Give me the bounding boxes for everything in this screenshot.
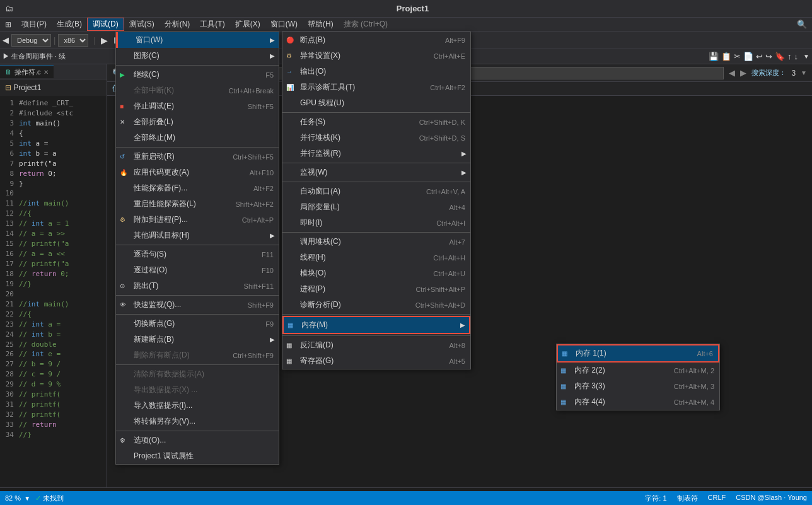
win-item-disassembly[interactable]: ▦ 反汇编(D) Alt+8 <box>282 337 470 353</box>
options-icon: ⚙ <box>120 437 125 444</box>
win-sep5 <box>282 314 470 315</box>
debug-dropdown: 窗口(W) 图形(C) ▶ 继续(C) F5 全部中断(K) Ctrl+Alt+… <box>115 32 279 465</box>
mem2-icon: ▦ <box>560 367 566 374</box>
win-item-immediate[interactable]: 即时(I) Ctrl+Alt+I <box>282 215 470 231</box>
debug-item-save-dump[interactable]: 将转储另存为(V)... <box>116 414 279 429</box>
quickwatch-icon: 👁 <box>120 301 126 308</box>
debug-item-step-over[interactable]: 逐过程(O) F10 <box>116 262 279 278</box>
memory-submenu: ▦ 内存 1(1) Alt+6 ▦ 内存 2(2) Ctrl+Alt+M, 2 … <box>556 344 720 410</box>
win-item-memory[interactable]: ▦ 内存(M) <box>282 316 470 334</box>
debug-item-proj-properties[interactable]: Project1 调试属性 <box>116 448 279 464</box>
step-out-icon: ⊙ <box>120 282 125 289</box>
win-sep1 <box>282 112 470 113</box>
debug-item-terminate-all[interactable]: 全部终止(M) <box>116 130 279 146</box>
win-item-processes[interactable]: 进程(P) Ctrl+Shift+Alt+P <box>282 281 470 297</box>
fire-icon: 🔥 <box>120 169 127 176</box>
detach-icon: ✕ <box>120 119 125 125</box>
mem-item-3[interactable]: ▦ 内存 3(3) Ctrl+Alt+M, 3 <box>557 378 719 394</box>
win-item-watch[interactable]: 监视(W) <box>282 165 470 180</box>
diag-icon: 📊 <box>286 84 294 91</box>
debug-item-detach[interactable]: ✕ 全部折叠(L) <box>116 114 279 130</box>
win-item-tasks[interactable]: 任务(S) Ctrl+Shift+D, K <box>282 114 470 130</box>
debug-item-attach[interactable]: ⚙ 附加到进程(P)... Ctrl+Alt+P <box>116 212 279 228</box>
win-item-exception[interactable]: ⚙ 异常设置(X) Ctrl+Alt+E <box>282 48 470 64</box>
debug-item-other-targets[interactable]: 其他调试目标(H) <box>116 228 279 243</box>
debug-item-break-all[interactable]: 全部中断(K) Ctrl+Alt+Break <box>116 83 279 98</box>
sep3 <box>116 245 279 245</box>
win-item-diag-analysis[interactable]: 诊断分析(D) Ctrl+Shift+Alt+D <box>282 297 470 313</box>
debug-item-window[interactable]: 窗口(W) <box>116 32 279 48</box>
debug-item-relaunch-perf[interactable]: 重启性能探索器(L) Shift+Alt+F2 <box>116 196 279 212</box>
sep5 <box>116 314 279 315</box>
debug-item-step-out[interactable]: ⊙ 跳出(T) Shift+F11 <box>116 278 279 294</box>
output-icon: → <box>286 68 293 75</box>
win-sep3 <box>282 182 470 182</box>
mem-item-4[interactable]: ▦ 内存 4(4) Ctrl+Alt+M, 4 <box>557 394 719 410</box>
sep1 <box>116 65 279 66</box>
sep7 <box>116 431 279 431</box>
debug-item-delete-all-bp[interactable]: 删除所有断点(D) Ctrl+Shift+F9 <box>116 347 279 363</box>
overlay: 窗口(W) 图形(C) ▶ 继续(C) F5 全部中断(K) Ctrl+Alt+… <box>0 0 812 505</box>
sep6 <box>116 364 279 365</box>
stop-icon: ■ <box>120 103 124 110</box>
debug-item-continue[interactable]: ▶ 继续(C) F5 <box>116 67 279 83</box>
win-item-threads[interactable]: 线程(H) Ctrl+Alt+H <box>282 250 470 265</box>
win-item-gpu[interactable]: GPU 线程(U) <box>282 95 470 111</box>
win-item-parallel-stacks[interactable]: 并行堆栈(K) Ctrl+Shift+D, S <box>282 130 470 146</box>
win-item-breakpoints[interactable]: 🔴 断点(B) Alt+F9 <box>282 32 470 48</box>
debug-item-toggle-bp[interactable]: 切换断点(G) F9 <box>116 316 279 332</box>
win-item-output[interactable]: → 输出(O) <box>282 64 470 79</box>
mem4-icon: ▦ <box>560 398 566 405</box>
win-sep2 <box>282 163 470 163</box>
attach-icon: ⚙ <box>120 216 125 223</box>
win-item-diag-tools[interactable]: 📊 显示诊断工具(T) Ctrl+Alt+F2 <box>282 79 470 95</box>
mem1-icon: ▦ <box>562 350 567 357</box>
sep4 <box>116 295 279 296</box>
mem3-icon: ▦ <box>560 383 566 390</box>
exception-icon: ⚙ <box>286 52 292 59</box>
win-item-registers[interactable]: ▦ 寄存器(G) Alt+5 <box>282 353 470 369</box>
debug-item-hotreload[interactable]: 🔥 应用代码更改(A) Alt+F10 <box>116 165 279 180</box>
debug-item-perf[interactable]: 性能探索器(F)... Alt+F2 <box>116 180 279 196</box>
win-item-callstack[interactable]: 调用堆栈(C) Alt+7 <box>282 234 470 250</box>
win-sep6 <box>282 335 470 336</box>
debug-item-new-bp[interactable]: 新建断点(B) <box>116 332 279 347</box>
restart-icon: ↺ <box>120 153 125 160</box>
debug-item-export-datatips[interactable]: 导出数据提示(X) ... <box>116 382 279 398</box>
win-item-locals[interactable]: 局部变量(L) Alt+4 <box>282 199 470 215</box>
window-submenu: 🔴 断点(B) Alt+F9 ⚙ 异常设置(X) Ctrl+Alt+E → 输出… <box>282 32 471 369</box>
debug-item-stop[interactable]: ■ 停止调试(E) Shift+F5 <box>116 98 279 114</box>
sep2 <box>116 147 279 148</box>
debug-item-import-datatips[interactable]: 导入数据提示(I)... <box>116 398 279 414</box>
debug-item-step-into[interactable]: 逐语句(S) F11 <box>116 247 279 262</box>
win-item-auto[interactable]: 自动窗口(A) Ctrl+Alt+V, A <box>282 183 470 199</box>
win-item-parallel-watch[interactable]: 并行监视(R) <box>282 146 470 161</box>
debug-item-restart[interactable]: ↺ 重新启动(R) Ctrl+Shift+F5 <box>116 149 279 165</box>
window-label: 窗口(W) <box>136 35 163 45</box>
debug-item-options[interactable]: ⚙ 选项(O)... <box>116 432 279 448</box>
memory-win-icon: ▦ <box>287 322 293 328</box>
mem-item-2[interactable]: ▦ 内存 2(2) Ctrl+Alt+M, 2 <box>557 363 719 378</box>
debug-item-quickwatch[interactable]: 👁 快速监视(Q)... Shift+F9 <box>116 297 279 313</box>
win-item-modules[interactable]: 模块(O) Ctrl+Alt+U <box>282 265 470 281</box>
debug-item-graphics[interactable]: 图形(C) <box>116 48 279 64</box>
bp-icon: 🔴 <box>286 37 294 44</box>
disasm-icon: ▦ <box>286 342 292 349</box>
registers-icon: ▦ <box>286 357 292 364</box>
mem-item-1[interactable]: ▦ 内存 1(1) Alt+6 <box>557 344 719 363</box>
continue-icon: ▶ <box>120 71 125 78</box>
win-sep4 <box>282 232 470 233</box>
debug-item-clear-datatips[interactable]: 清除所有数据提示(A) <box>116 366 279 382</box>
